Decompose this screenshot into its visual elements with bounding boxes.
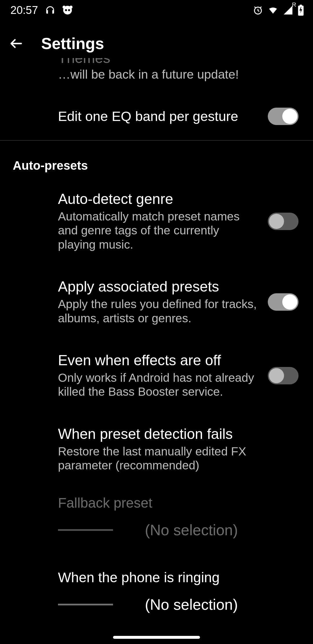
back-arrow-icon bbox=[9, 36, 24, 51]
auto-detect-genre-subtitle: Automatically match preset names and gen… bbox=[58, 209, 259, 252]
when-ringing-title: When the phone is ringing bbox=[58, 569, 296, 585]
auto-detect-genre-toggle[interactable] bbox=[268, 213, 299, 230]
status-bar: 20:57 R bbox=[0, 0, 313, 20]
auto-detect-genre-title: Auto-detect genre bbox=[58, 191, 259, 207]
even-when-off-subtitle: Only works if Android has not already ki… bbox=[58, 371, 259, 399]
apply-associated-subtitle: Apply the rules you defined for tracks, … bbox=[58, 297, 259, 325]
signal-superscript: R bbox=[292, 1, 296, 8]
row-apply-associated[interactable]: Apply associated presets Apply the rules… bbox=[0, 266, 313, 340]
svg-point-2 bbox=[70, 6, 73, 9]
when-ringing-selector[interactable]: (No selection) bbox=[58, 596, 296, 613]
edit-eq-toggle[interactable] bbox=[268, 108, 299, 125]
row-edit-eq[interactable]: Edit one EQ band per gesture bbox=[0, 96, 313, 137]
status-bar-left: 20:57 bbox=[10, 4, 73, 17]
edit-eq-title: Edit one EQ band per gesture bbox=[58, 109, 259, 124]
themes-subtitle: …will be back in a future update! bbox=[58, 67, 301, 82]
alarm-icon bbox=[253, 5, 263, 15]
wifi-icon bbox=[267, 5, 279, 15]
even-when-off-toggle[interactable] bbox=[268, 367, 299, 384]
even-when-off-title: Even when effects are off bbox=[58, 352, 259, 368]
when-ringing-thumbnail bbox=[58, 604, 113, 605]
status-bar-right: R bbox=[253, 5, 304, 16]
svg-rect-7 bbox=[300, 5, 302, 6]
row-fallback-preset: Fallback preset (No selection) bbox=[0, 485, 313, 549]
themes-title: Themes bbox=[58, 58, 301, 66]
row-when-ringing[interactable]: When the phone is ringing (No selection) bbox=[0, 549, 313, 624]
section-header-auto-presets: Auto-presets bbox=[0, 141, 313, 181]
svg-point-1 bbox=[63, 6, 66, 9]
apply-associated-toggle[interactable] bbox=[268, 293, 299, 311]
fallback-preset-value: (No selection) bbox=[145, 521, 238, 539]
apply-associated-title: Apply associated presets bbox=[58, 279, 259, 295]
settings-list: Themes …will be back in a future update!… bbox=[0, 58, 313, 624]
status-time: 20:57 bbox=[10, 4, 38, 17]
fallback-preset-thumbnail bbox=[58, 529, 113, 531]
fallback-preset-title: Fallback preset bbox=[58, 495, 296, 511]
back-button[interactable] bbox=[9, 36, 38, 51]
svg-point-4 bbox=[68, 9, 70, 11]
when-ringing-value: (No selection) bbox=[145, 596, 238, 613]
detection-fails-title: When preset detection fails bbox=[58, 426, 290, 442]
signal-icon: R bbox=[283, 5, 293, 15]
row-auto-detect-genre[interactable]: Auto-detect genre Automatically match pr… bbox=[0, 181, 313, 266]
gesture-nav-handle[interactable] bbox=[113, 636, 200, 639]
page-title: Settings bbox=[41, 34, 104, 53]
svg-point-3 bbox=[65, 9, 67, 11]
battery-icon bbox=[297, 5, 304, 16]
row-even-when-off[interactable]: Even when effects are off Only works if … bbox=[0, 340, 313, 413]
detection-fails-subtitle: Restore the last manually edited FX para… bbox=[58, 444, 290, 473]
row-detection-fails[interactable]: When preset detection fails Restore the … bbox=[0, 413, 313, 485]
row-themes[interactable]: Themes …will be back in a future update! bbox=[0, 58, 313, 96]
fallback-preset-selector: (No selection) bbox=[58, 521, 296, 539]
headphones-icon bbox=[45, 5, 55, 15]
panda-icon bbox=[62, 5, 73, 15]
